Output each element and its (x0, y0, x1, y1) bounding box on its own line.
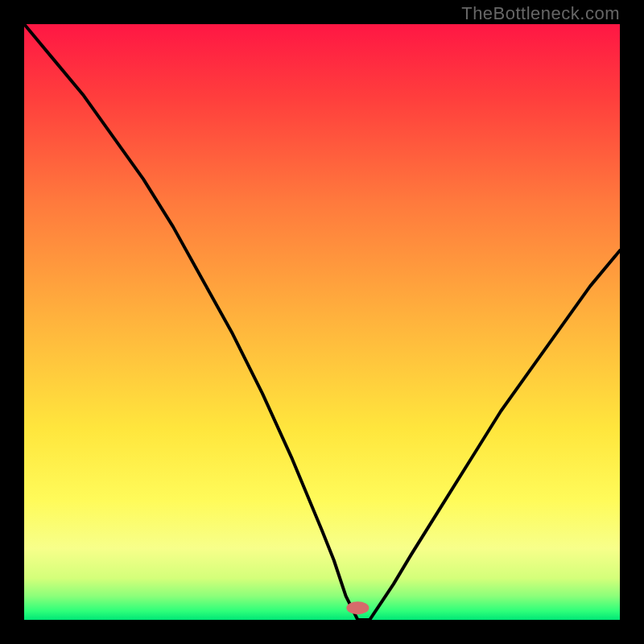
bottleneck-chart (24, 24, 620, 620)
watermark-text: TheBottleneck.com (461, 3, 620, 24)
optimal-marker (346, 601, 369, 614)
plot-area (24, 24, 620, 620)
chart-frame: TheBottleneck.com (0, 0, 644, 644)
